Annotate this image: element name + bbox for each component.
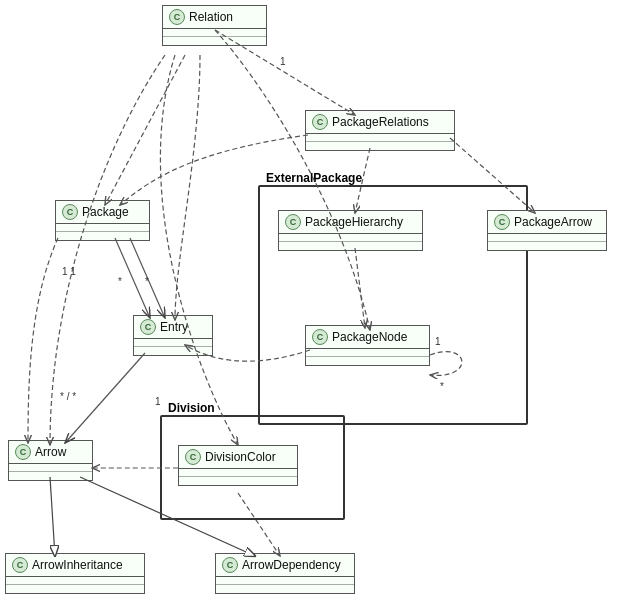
node-arrowinheritance: C ArrowInheritance [5,553,145,594]
node-entry: C Entry [133,315,213,356]
class-icon-arrow: C [15,444,31,460]
node-packagehierarchy: C PackageHierarchy [278,210,423,251]
label-entry: Entry [160,320,188,334]
svg-line-6 [130,238,165,318]
svg-line-17 [50,477,55,556]
label-packagearrow: PackageArrow [514,215,592,229]
class-icon-packagehierarchy: C [285,214,301,230]
label-packagehierarchy: PackageHierarchy [305,215,403,229]
external-package-label: ExternalPackage [264,171,364,185]
label-arrowinheritance: ArrowInheritance [32,558,123,572]
label-arrowdependency: ArrowDependency [242,558,341,572]
svg-text:1: 1 [280,56,286,67]
label-relation: Relation [189,10,233,24]
label-packagerelations: PackageRelations [332,115,429,129]
svg-text:1: 1 [155,396,161,407]
class-icon-packagerelations: C [312,114,328,130]
label-packagenode: PackageNode [332,330,407,344]
svg-text:1 1: 1 1 [62,266,76,277]
svg-line-15 [65,353,145,443]
label-divisioncolor: DivisionColor [205,450,276,464]
node-packagerelations: C PackageRelations [305,110,455,151]
class-icon-divisioncolor: C [185,449,201,465]
node-packagearrow: C PackageArrow [487,210,607,251]
svg-text:* / *: * / * [60,391,76,402]
node-divisioncolor: C DivisionColor [178,445,298,486]
svg-line-3 [105,55,185,205]
label-arrow: Arrow [35,445,66,459]
node-relation: C Relation [162,5,267,46]
class-icon-packagearrow: C [494,214,510,230]
class-icon-entry: C [140,319,156,335]
label-package: Package [82,205,129,219]
class-icon-relation: C [169,9,185,25]
diagram: ExternalPackage Division C Relation C Pa… [0,0,627,616]
svg-line-8 [115,238,150,318]
node-arrowdependency: C ArrowDependency [215,553,355,594]
node-arrow: C Arrow [8,440,93,481]
svg-text:*: * [145,276,149,287]
class-icon-packagenode: C [312,329,328,345]
node-package: C Package [55,200,150,241]
node-packagenode: C PackageNode [305,325,430,366]
class-icon-arrowdependency: C [222,557,238,573]
class-icon-package: C [62,204,78,220]
class-icon-arrowinheritance: C [12,557,28,573]
svg-text:*: * [118,276,122,287]
division-package-label: Division [166,401,217,415]
